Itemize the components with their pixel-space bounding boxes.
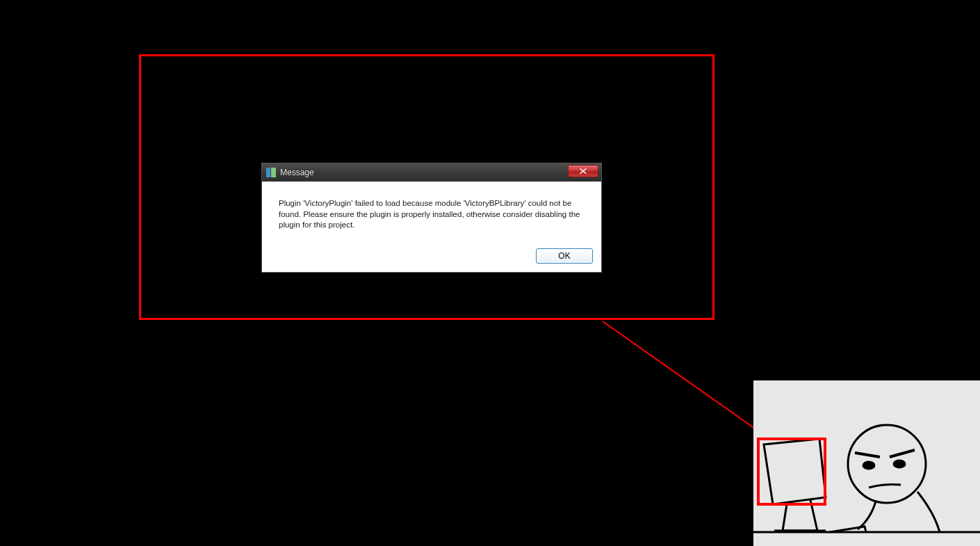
meme-monitor-highlight <box>757 437 826 506</box>
svg-point-5 <box>863 462 874 469</box>
meme-panel <box>753 380 980 546</box>
dialog-footer: OK <box>262 241 601 272</box>
app-icon <box>266 168 276 177</box>
svg-point-6 <box>894 460 905 467</box>
svg-line-2 <box>603 321 778 445</box>
ok-button[interactable]: OK <box>536 248 593 264</box>
svg-point-4 <box>848 425 926 503</box>
dialog-titlebar[interactable]: Message <box>262 163 601 182</box>
svg-rect-0 <box>266 168 270 177</box>
svg-rect-1 <box>271 168 276 177</box>
close-button[interactable] <box>568 165 598 177</box>
dialog-body-text: Plugin 'VictoryPlugin' failed to load be… <box>262 182 601 241</box>
message-dialog: Message Plugin 'VictoryPlugin' failed to… <box>261 163 602 273</box>
close-icon <box>580 168 587 174</box>
dialog-title: Message <box>280 168 568 177</box>
